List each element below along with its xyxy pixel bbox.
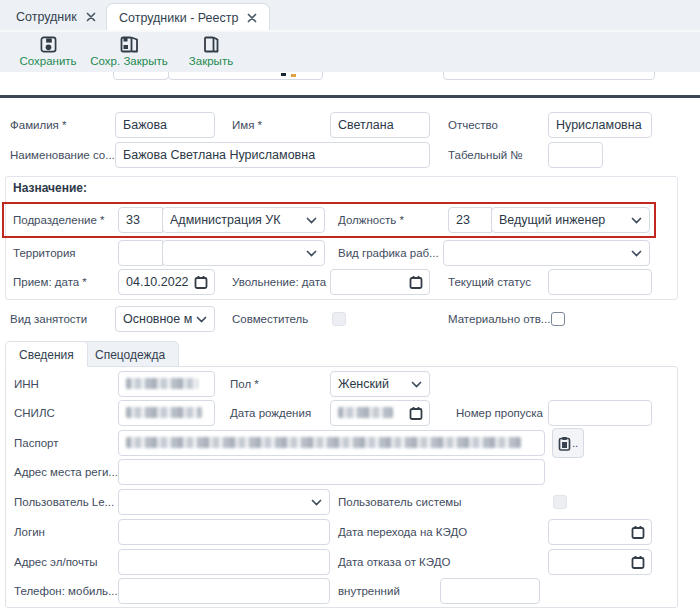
department-label: Подразделение * — [13, 207, 104, 233]
hire-date-value: 04.10.2022 — [126, 275, 189, 289]
inn-input[interactable] — [118, 371, 215, 397]
masked-value — [126, 378, 198, 389]
dismissal-date-label: Увольнение: дата — [232, 269, 326, 295]
calendar-icon[interactable] — [631, 555, 645, 570]
pass-number-label: Номер пропуска — [456, 400, 543, 426]
hire-date-input[interactable]: 04.10.2022 — [118, 269, 215, 295]
territory-code-input[interactable] — [118, 240, 163, 266]
inn-label: ИНН — [14, 371, 39, 397]
liable-checkbox[interactable] — [551, 312, 565, 326]
full-name-input[interactable]: Бажова Светлана Нурисламовна — [115, 142, 430, 168]
hidden-stub-glyph — [281, 73, 286, 76]
surname-input[interactable]: Бажова — [115, 112, 215, 138]
gender-value: Женский — [338, 377, 389, 391]
door-close-icon — [203, 36, 219, 53]
clipboard-icon — [558, 436, 571, 451]
passport-input[interactable] — [118, 430, 545, 456]
chevron-down-icon — [411, 381, 422, 388]
chevron-down-icon — [311, 499, 322, 506]
reg-address-input[interactable] — [118, 459, 545, 485]
patronymic-label: Отчество — [448, 112, 498, 138]
more-dots: .. — [572, 437, 578, 449]
birth-date-label: Дата рождения — [230, 400, 311, 426]
name-input[interactable]: Светлана — [330, 112, 430, 138]
employment-type-label: Вид занятости — [10, 306, 87, 332]
current-status-input[interactable] — [548, 269, 652, 295]
patronymic-input[interactable]: Нурисламовна — [548, 112, 652, 138]
masked-value — [338, 407, 393, 418]
save-button-label: Сохранить — [19, 55, 76, 67]
close-tab-icon[interactable] — [247, 13, 257, 23]
kedo-transfer-label: Дата перехода на КЭДО — [338, 519, 467, 545]
chevron-down-icon — [196, 316, 207, 323]
employee-form-window: Сотрудник Сотрудники - Реестр Сохранить … — [0, 0, 700, 614]
kedo-transfer-date-input[interactable] — [548, 519, 652, 545]
position-select-value: Ведущий инженер — [499, 213, 605, 227]
calendar-icon[interactable] — [409, 275, 423, 290]
department-select[interactable]: Администрация УК — [162, 207, 325, 233]
reg-address-label: Адрес места реги... — [14, 459, 118, 485]
email-input[interactable] — [118, 549, 330, 575]
employment-type-value: Основное м — [123, 312, 192, 326]
window-tab-employee[interactable]: Сотрудник — [4, 3, 108, 30]
calendar-icon[interactable] — [409, 406, 423, 421]
calendar-icon[interactable] — [631, 525, 645, 540]
tab-details[interactable]: Сведения — [5, 341, 88, 367]
name-label: Имя * — [232, 112, 262, 138]
kedo-refusal-date-input[interactable] — [548, 549, 652, 575]
personnel-no-label: Табельный № — [448, 142, 523, 168]
schedule-label: Вид графика раб... — [338, 240, 439, 266]
masked-value — [126, 407, 202, 418]
login-label: Логин — [14, 519, 45, 545]
dismissal-date-input[interactable] — [330, 269, 430, 295]
hire-date-label: Прием: дата * — [13, 269, 87, 295]
calendar-icon[interactable] — [194, 275, 208, 290]
user-le-select[interactable] — [118, 489, 330, 515]
position-select[interactable]: Ведущий инженер — [491, 207, 650, 233]
system-user-checkbox — [553, 495, 567, 509]
top-chrome: Сотрудник Сотрудники - Реестр Сохранить … — [0, 0, 700, 72]
system-user-label: Пользователь системы — [338, 489, 461, 515]
schedule-select[interactable] — [443, 240, 650, 266]
department-code-input[interactable]: 33 — [118, 207, 163, 233]
close-button-label: Закрыть — [189, 55, 233, 67]
hidden-stub-glyph — [291, 74, 296, 77]
position-label: Должность * — [338, 207, 404, 233]
copy-passport-button[interactable]: .. — [552, 428, 584, 458]
phone-input[interactable] — [118, 578, 330, 604]
pass-number-input[interactable] — [548, 400, 652, 426]
tab-workwear[interactable]: Спецодежда — [81, 341, 179, 367]
surname-label: Фамилия * — [10, 112, 67, 138]
position-code-input[interactable]: 23 — [448, 207, 492, 233]
territory-label: Территория — [13, 240, 76, 266]
internal-phone-label: внутренний — [338, 578, 400, 604]
pane-splitter[interactable] — [0, 95, 700, 98]
chevron-down-icon — [306, 217, 317, 224]
department-select-value: Администрация УК — [170, 213, 281, 227]
passport-label: Паспорт — [14, 430, 58, 456]
personnel-no-input[interactable] — [548, 142, 603, 168]
close-tab-icon[interactable] — [86, 12, 96, 22]
employment-type-select[interactable]: Основное м — [115, 306, 215, 332]
part-time-label: Совместитель — [232, 306, 308, 332]
kedo-refusal-label: Дата отказа от КЭДО — [338, 549, 450, 575]
save-close-icon — [120, 36, 139, 53]
snils-label: СНИЛС — [14, 400, 55, 426]
close-button[interactable]: Закрыть — [168, 36, 254, 72]
save-button[interactable]: Сохранить — [5, 36, 91, 72]
full-name-label: Наименование со... — [10, 142, 115, 168]
window-tab-label: Сотрудники - Реестр — [119, 11, 238, 25]
masked-value — [126, 437, 521, 448]
internal-phone-input[interactable] — [440, 578, 540, 604]
current-status-label: Текущий статус — [448, 269, 531, 295]
territory-select[interactable] — [162, 240, 325, 266]
snils-input[interactable] — [118, 400, 215, 426]
window-tab-employees-registry[interactable]: Сотрудники - Реестр — [106, 3, 270, 31]
user-le-label: Пользователь Le... — [14, 489, 114, 515]
assignment-group-title: Назначение: — [13, 181, 87, 195]
gender-select[interactable]: Женский — [330, 371, 430, 397]
login-input[interactable] — [118, 519, 330, 545]
save-close-button[interactable]: Сохр. Закрыть — [86, 36, 172, 72]
window-tab-label: Сотрудник — [16, 10, 77, 24]
birth-date-input[interactable] — [330, 400, 430, 426]
